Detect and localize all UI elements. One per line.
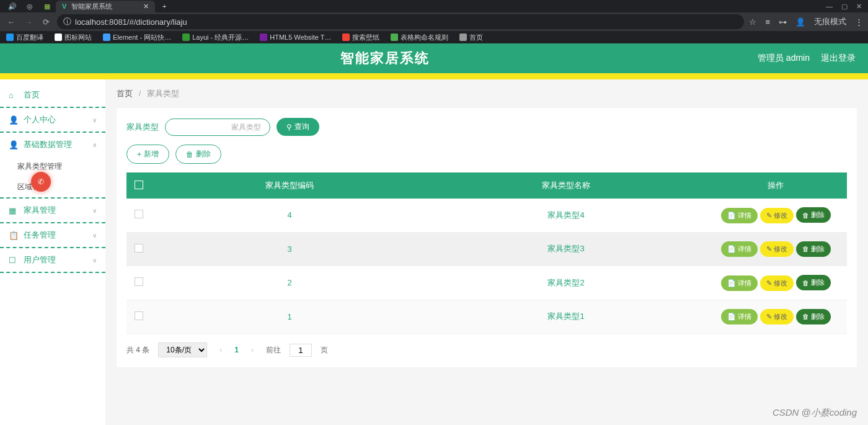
bookmark-item[interactable]: Element - 网站快…: [103, 33, 171, 42]
goto-input[interactable]: [290, 344, 312, 357]
bookmark-item[interactable]: 表格构命名规则: [391, 33, 448, 42]
new-tab-button[interactable]: +: [155, 2, 174, 10]
bookmark-icon: [6, 34, 14, 41]
col-ops: 操作: [704, 172, 847, 199]
sidebar-item-basedata[interactable]: 👤 基础数据管理 ∧: [0, 133, 105, 156]
bookmark-item[interactable]: 首页: [459, 33, 483, 42]
url-bar[interactable]: ⓘ localhost:8081/#/dictionary/liaju: [57, 14, 744, 29]
bookmark-icon: [391, 34, 398, 41]
pagination: 共 4 条 10条/页 ‹ 1 › 前往 页: [126, 342, 847, 357]
favicon-v-icon: V: [62, 2, 66, 10]
breadcrumb: 首页 / 家具类型: [117, 88, 857, 99]
row-checkbox[interactable]: [135, 277, 143, 286]
edit-button[interactable]: ✎修改: [760, 309, 794, 324]
query-button[interactable]: ⚲ 查询: [277, 118, 319, 136]
menu-icon[interactable]: ⋮: [855, 17, 863, 27]
page-size-select[interactable]: 10条/页: [158, 342, 207, 357]
edit-button[interactable]: ✎修改: [760, 241, 794, 257]
cell-name: 家具类型3: [428, 232, 704, 266]
audio-icon[interactable]: 🔊: [4, 1, 21, 12]
next-page-button[interactable]: ›: [247, 346, 257, 354]
detail-button[interactable]: 📄详情: [721, 309, 758, 324]
cell-name: 家具类型4: [428, 199, 704, 232]
table-row: 3家具类型3📄详情✎修改🗑删除: [126, 232, 847, 266]
search-input[interactable]: [165, 119, 270, 136]
forward-button[interactable]: →: [22, 17, 35, 27]
incognito-label: 无痕模式: [814, 16, 846, 27]
row-delete-button[interactable]: 🗑删除: [796, 207, 831, 223]
table-row: 4家具类型4📄详情✎修改🗑删除: [126, 199, 847, 232]
action-row: + 新增 🗑 删除: [126, 145, 847, 164]
reload-button[interactable]: ⟳: [40, 17, 52, 27]
row-delete-button[interactable]: 🗑删除: [796, 275, 831, 290]
cell-ops: 📄详情✎修改🗑删除: [704, 199, 847, 232]
browser-tab[interactable]: V 智能家居系统 ✕: [56, 1, 155, 12]
user-info[interactable]: 管理员 admin: [758, 53, 810, 64]
chevron-down-icon: ∨: [92, 207, 97, 214]
tab-strip: 🔊 ◎ ▦ V 智能家居系统 ✕ + — ▢ ✕: [0, 0, 868, 12]
tab-close-icon[interactable]: ✕: [143, 2, 149, 11]
sidebar: ⌂ 首页 👤 个人中心 ∨ 👤 基础数据管理 ∧ 家具类型管理 区域管理 ▦ 家…: [0, 79, 105, 425]
tab-pin-2[interactable]: ▦: [38, 1, 56, 12]
checkbox-all[interactable]: [135, 181, 143, 189]
sidebar-sub-area[interactable]: 区域管理: [0, 177, 105, 197]
sidebar-item-task[interactable]: 📋 任务管理 ∨: [0, 223, 105, 248]
trash-icon: 🗑: [802, 279, 809, 287]
row-checkbox[interactable]: [135, 210, 143, 218]
cell-name: 家具类型2: [428, 266, 704, 300]
bookmark-item[interactable]: 搜索壁纸: [342, 33, 379, 42]
bookmark-item[interactable]: 图标网站: [55, 33, 92, 42]
add-button[interactable]: + 新增: [126, 145, 169, 164]
bookmark-icon: [55, 34, 62, 41]
row-checkbox[interactable]: [135, 311, 143, 320]
bookmark-item[interactable]: 百度翻译: [6, 33, 43, 42]
sidebar-item-home[interactable]: ⌂ 首页: [0, 83, 105, 108]
row-delete-button[interactable]: 🗑删除: [796, 241, 831, 257]
goto-suffix: 页: [321, 345, 328, 356]
sidebar-item-label: 任务管理: [24, 230, 56, 241]
extensions-icon[interactable]: ≡: [765, 17, 770, 27]
trash-icon: 🗑: [802, 212, 809, 219]
sidebar-item-user[interactable]: ☐ 用户管理 ∨: [0, 248, 105, 273]
incognito-icon: 👤: [795, 17, 805, 27]
logout-link[interactable]: 退出登录: [821, 53, 856, 64]
back-button[interactable]: ←: [5, 17, 17, 27]
chevron-down-icon: ∨: [92, 232, 97, 239]
tab-pin-1[interactable]: ◎: [21, 1, 38, 12]
col-checkbox: [126, 172, 151, 199]
edit-button[interactable]: ✎修改: [760, 275, 794, 291]
detail-button[interactable]: 📄详情: [721, 208, 758, 223]
pencil-icon: ✎: [766, 313, 772, 321]
doc-icon: 📄: [727, 245, 736, 253]
row-delete-button[interactable]: 🗑删除: [796, 309, 831, 324]
row-checkbox[interactable]: [135, 244, 143, 253]
prev-page-button[interactable]: ‹: [216, 346, 226, 354]
sidebar-sub-furniture-type[interactable]: 家具类型管理: [0, 156, 105, 177]
breadcrumb-home[interactable]: 首页: [117, 89, 133, 98]
window-close-icon[interactable]: ✕: [856, 2, 862, 11]
table-row: 2家具类型2📄详情✎修改🗑删除: [126, 266, 847, 300]
col-code: 家具类型编码: [151, 172, 428, 199]
grid-icon: ▦: [9, 206, 19, 215]
edit-button[interactable]: ✎修改: [760, 208, 794, 223]
detail-button[interactable]: 📄详情: [721, 275, 758, 291]
user-icon: 👤: [9, 115, 19, 125]
current-page[interactable]: 1: [234, 346, 239, 354]
site-info-icon[interactable]: ⓘ: [63, 16, 71, 27]
bookmark-item[interactable]: HTML5 Website T…: [260, 34, 331, 41]
sidebar-item-personal[interactable]: 👤 个人中心 ∨: [0, 108, 105, 133]
trash-icon: 🗑: [802, 313, 809, 320]
key-icon[interactable]: ⊶: [779, 17, 787, 27]
star-bookmark-icon[interactable]: ☆: [749, 17, 756, 27]
detail-button[interactable]: 📄详情: [721, 241, 758, 257]
trash-icon: 🗑: [186, 150, 193, 159]
data-table: 家具类型编码 家具类型名称 操作 4家具类型4📄详情✎修改🗑删除3家具类型3📄详…: [126, 172, 847, 334]
cell-ops: 📄详情✎修改🗑删除: [704, 300, 847, 334]
window-maximize-icon[interactable]: ▢: [841, 2, 848, 11]
clipboard-icon: 📋: [9, 231, 19, 240]
sidebar-item-furniture[interactable]: ▦ 家具管理 ∨: [0, 199, 105, 223]
window-minimize-icon[interactable]: —: [826, 2, 833, 11]
bookmark-item[interactable]: Layui - 经典开源…: [182, 33, 249, 42]
doc-icon: 📄: [727, 313, 736, 321]
delete-button[interactable]: 🗑 删除: [175, 145, 221, 164]
